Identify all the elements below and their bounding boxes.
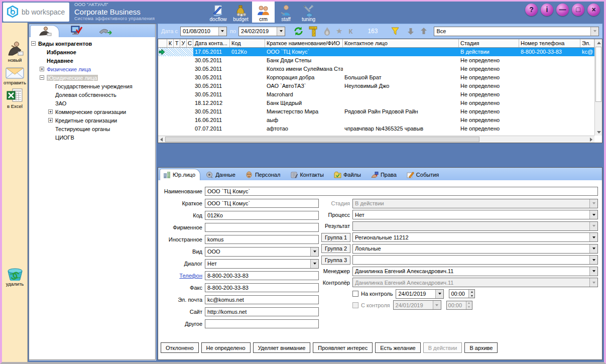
refresh-icon[interactable] [293,26,304,36]
scroll-up-arrow[interactable] [595,40,602,46]
group3-button[interactable]: Группа 3 [321,256,350,265]
tab-personnel[interactable]: Персонал [243,169,285,180]
group2-dropdown-button[interactable] [589,245,597,253]
kind-dropdown-button[interactable] [310,248,318,256]
date-from-picker[interactable]: 01/08/2010 [180,27,227,36]
tab-contacts[interactable]: Контакты [287,169,328,180]
sidebar-item-delete[interactable]: удалить [2,266,28,287]
tree-expander[interactable]: − [40,75,44,80]
column-header[interactable]: У [180,39,187,47]
column-header[interactable]: Стадия [459,39,519,47]
status-button[interactable]: Проявляет интерес [313,342,373,353]
table-row[interactable]: 30.05.2011Банк Дяди СтепыНе определено [158,56,594,65]
dialog-combo[interactable]: Нет [205,259,319,269]
other-input[interactable] [205,319,319,328]
tree-item[interactable]: Долевая собственность [29,90,155,99]
filter-funnel-icon[interactable] [391,27,400,36]
name-input[interactable] [205,187,598,196]
tree-item[interactable]: Государственные учреждения [29,82,155,90]
group1-combo[interactable]: Региональные 11212 [352,232,598,242]
view-filter-dropdown-button[interactable] [590,27,598,36]
table-row[interactable]: 16.06.2011аыфНе определено [158,116,594,125]
vertical-scroll-thumb[interactable] [595,47,601,102]
ruler-icon[interactable] [309,26,318,37]
tree-tab-tasks[interactable] [66,25,87,37]
oncontrol-date-dropdown-button[interactable] [435,290,443,298]
status-button[interactable]: Есть желание [375,342,421,353]
nav-docflow[interactable]: docflow [207,2,229,23]
date-to-picker[interactable]: 24/02/2019 [238,27,285,36]
status-button[interactable]: Отклонено [161,342,199,353]
group3-dropdown-button[interactable] [589,256,597,264]
tree-expander[interactable]: + [48,118,53,123]
tree-item[interactable]: −Виды контрагентов [29,39,155,48]
table-row[interactable]: 30.05.2011Колхоз имени Сулеймана Стал...… [158,65,594,73]
process-combo[interactable]: Нет [352,210,598,219]
time-up-button[interactable] [469,290,474,294]
column-header[interactable]: С [187,39,193,47]
view-filter-combo[interactable]: Все [434,27,599,36]
tree-expander[interactable]: − [31,41,36,46]
table-row[interactable]: 30.05.2011ОАО `АвтоТАЗ`Неуловимый ДжоНе … [158,82,594,90]
code-input[interactable] [205,211,319,220]
status-button[interactable]: Уделяет внимание [253,342,311,353]
close-button[interactable]: × [587,4,600,16]
nav-crm[interactable]: crm [252,2,275,23]
group2-button[interactable]: Группа 2 [321,244,350,253]
column-header[interactable]: Эл. [580,39,594,47]
column-header[interactable] [158,39,167,47]
oncontrol-time-spinner[interactable]: 00:00 [449,289,475,298]
move-down-icon[interactable] [407,27,415,35]
time-down-button[interactable] [469,294,474,298]
tree-item[interactable]: Тестирующие органы [29,125,155,133]
table-row[interactable]: 30.05.2011Министерство МираРядовой Райн … [158,107,594,116]
date-to-dropdown-button[interactable] [277,27,285,36]
column-header[interactable]: К [167,39,174,47]
column-header[interactable]: Контактное лицо [343,39,459,47]
sidebar-item-new[interactable]: новый [2,41,28,63]
column-header[interactable]: Краткое наименование/ФИО [265,39,343,47]
group2-combo[interactable]: Лояльные [352,244,598,254]
tab-events[interactable]: События [404,169,443,180]
scroll-down-arrow[interactable] [595,129,602,136]
minimize-button[interactable]: — [556,4,569,16]
group1-dropdown-button[interactable] [589,233,597,241]
column-header[interactable]: Код [230,39,265,47]
tree-tab-calls[interactable] [94,25,117,37]
move-up-icon[interactable] [420,27,428,35]
short-name-input[interactable] [205,199,319,208]
date-from-dropdown-button[interactable] [218,27,226,36]
group1-button[interactable]: Группа 1 [321,233,350,242]
column-header[interactable]: Номер телефона [519,39,580,47]
tree-item[interactable]: ЗАО [29,99,155,107]
help-button[interactable]: ? [525,4,538,16]
table-row[interactable]: 18.12.2012Банк ЩедрыйНе определено [158,99,594,107]
oncontrol-date-picker[interactable]: 24/01/2019 [396,289,444,299]
sidebar-item-send[interactable]: отправить [2,66,28,85]
sidebar-item-excel[interactable]: в Excel [2,88,28,109]
phone-input[interactable] [205,271,319,280]
process-dropdown-button[interactable] [589,210,597,219]
phone-link-label[interactable]: Телефон [161,273,205,279]
tab-rights[interactable]: Права [368,169,401,180]
tab-files[interactable]: Файлы [331,169,366,180]
dialog-dropdown-button[interactable] [310,260,318,268]
nav-tuning[interactable]: tuning [297,2,320,23]
foreign-input[interactable] [205,235,319,244]
oncontrol-checkbox[interactable] [352,291,358,297]
fax-input[interactable] [205,283,319,292]
table-row[interactable]: 30.05.2011MacrohardНе определено [158,90,594,99]
table-row[interactable]: 30.05.2011Корпорация добраБольшой БратНе… [158,73,594,82]
scroll-right-arrow[interactable] [588,136,594,143]
site-input[interactable] [205,307,319,316]
column-header[interactable]: Дата конта... [193,39,230,47]
tree-item[interactable]: Недавнее [29,56,155,65]
tree-expander[interactable]: + [48,109,53,114]
tree-tab-contractors[interactable] [30,25,59,37]
nav-budget[interactable]: budget [229,2,252,23]
group3-combo[interactable] [352,255,598,265]
tree-item[interactable]: Избранное [29,48,155,56]
tree-item[interactable]: −Юридические лица [29,73,155,82]
tree-item[interactable]: ЦИОГВ [29,133,155,142]
vertical-scrollbar[interactable] [594,39,602,136]
